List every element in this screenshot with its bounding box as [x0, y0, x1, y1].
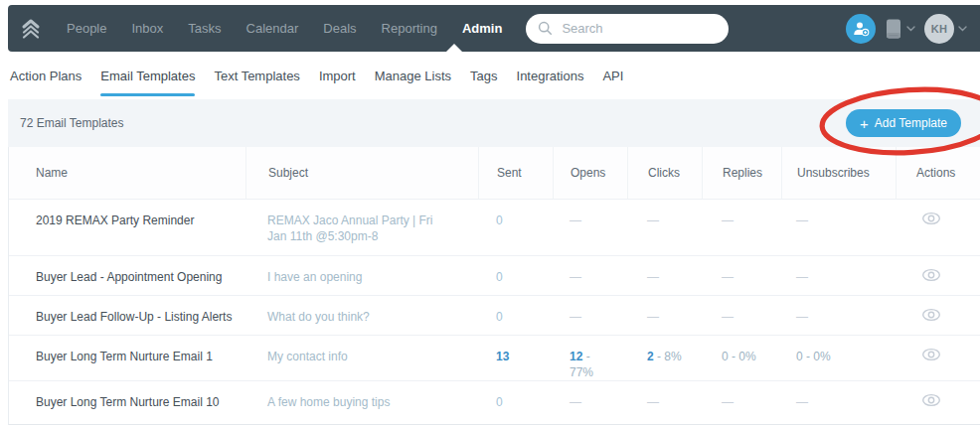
table-row: Buyer Lead - Appointment OpeningI have a… — [9, 256, 980, 296]
replies-cell: — — [702, 256, 781, 295]
unsubscribes-cell: — — [781, 381, 896, 428]
sent-value: 13 — [496, 350, 509, 363]
replies-cell: — — [702, 200, 781, 255]
device-menu-button[interactable] — [885, 18, 915, 40]
column-header-sent: Sent — [478, 147, 553, 199]
unsubscribes-value: — — [796, 395, 808, 409]
sent-value: 0 — [496, 395, 503, 409]
clicks-value: — — [647, 270, 659, 284]
template-name-cell[interactable]: Buyer Lead Follow-Up - Listing Alerts — [9, 296, 245, 335]
tab-tags[interactable]: Tags — [470, 53, 497, 99]
actions-cell — [896, 336, 980, 380]
device-icon — [885, 18, 902, 40]
view-template-icon[interactable] — [921, 308, 941, 326]
table-row: Buyer Long Term Nurture Email 10A few ho… — [9, 381, 980, 428]
clicks-cell: — — [627, 296, 702, 335]
column-header-opens: Opens — [553, 147, 627, 199]
template-subject-cell: What do you think? — [245, 296, 478, 335]
table-body: 2019 REMAX Party ReminderREMAX Jaco Annu… — [9, 200, 980, 428]
template-subject-cell: A few home buying tips — [245, 381, 478, 428]
template-subject-cell: My contact info — [245, 336, 478, 380]
email-templates-page: PeopleInboxTasksCalendarDealsReportingAd… — [0, 0, 980, 428]
avatar-initials: KH — [931, 23, 948, 35]
sent-cell: 0 — [478, 296, 553, 335]
replies-value: — — [722, 214, 734, 227]
actions-cell — [896, 381, 980, 428]
column-header-replies: Replies — [702, 147, 781, 199]
email-templates-table: NameSubjectSentOpensClicksRepliesUnsubsc… — [8, 147, 980, 425]
replies-value: 0 - 0% — [722, 350, 756, 363]
view-template-icon[interactable] — [921, 212, 941, 229]
table-row: Buyer Long Term Nurture Email 1My contac… — [9, 336, 980, 381]
template-name-cell[interactable]: 2019 REMAX Party Reminder — [9, 200, 245, 255]
clicks-cell: — — [627, 200, 702, 255]
column-header-clicks: Clicks — [627, 147, 702, 199]
clicks-value: — — [647, 310, 659, 324]
nav-item-deals[interactable]: Deals — [323, 21, 356, 36]
template-name-cell[interactable]: Buyer Long Term Nurture Email 1 — [9, 336, 245, 380]
templates-toolbar: 72 Email Templates + Add Template — [8, 99, 980, 147]
opens-value: 77% — [570, 365, 593, 379]
tab-import[interactable]: Import — [319, 53, 356, 99]
opens-value: — — [570, 395, 581, 409]
avatar: KH — [924, 14, 954, 44]
clicks-cell: — — [627, 381, 702, 428]
sent-value: 0 — [496, 310, 503, 324]
unsubscribes-value: 0 - 0% — [796, 350, 831, 363]
opens-value: 12 — [570, 350, 582, 363]
template-name-cell[interactable]: Buyer Lead - Appointment Opening — [9, 256, 245, 295]
column-header-actions: Actions — [896, 147, 980, 199]
opens-cell: — — [553, 296, 627, 335]
unsubscribes-value: — — [796, 214, 808, 227]
column-header-unsubscribes: Unsubscribes — [781, 147, 896, 199]
table-row: Buyer Lead Follow-Up - Listing AlertsWha… — [9, 296, 980, 336]
replies-value: — — [722, 310, 734, 324]
unsubscribes-cell: 0 - 0% — [781, 336, 896, 380]
unsubscribes-cell: — — [781, 256, 896, 295]
clicks-value: - 8% — [654, 350, 682, 363]
actions-cell — [896, 256, 980, 295]
view-template-icon[interactable] — [921, 393, 941, 411]
opens-value: - — [582, 350, 589, 363]
admin-sub-nav: Action PlansEmail TemplatesText Template… — [8, 52, 980, 99]
tab-action-plans[interactable]: Action Plans — [10, 53, 82, 99]
app-logo-icon[interactable] — [18, 15, 44, 43]
column-header-subject: Subject — [245, 147, 478, 199]
tab-text-templates[interactable]: Text Templates — [214, 53, 299, 99]
search-input[interactable] — [560, 20, 717, 37]
top-nav-bar: PeopleInboxTasksCalendarDealsReportingAd… — [8, 5, 980, 52]
unsubscribes-value: — — [796, 270, 808, 284]
nav-item-tasks[interactable]: Tasks — [188, 21, 221, 36]
nav-item-calendar[interactable]: Calendar — [246, 21, 299, 36]
nav-item-reporting[interactable]: Reporting — [382, 21, 437, 36]
replies-cell: — — [702, 381, 781, 428]
nav-item-inbox[interactable]: Inbox — [131, 21, 163, 36]
active-nav-pointer — [446, 44, 462, 52]
top-nav-actions: KH — [846, 14, 967, 44]
tab-integrations[interactable]: Integrations — [517, 53, 584, 99]
tab-api[interactable]: API — [602, 53, 623, 99]
template-name-cell[interactable]: Buyer Long Term Nurture Email 10 — [9, 381, 245, 428]
user-menu-button[interactable]: KH — [924, 14, 967, 44]
tab-manage-lists[interactable]: Manage Lists — [375, 53, 451, 99]
add-template-button[interactable]: + Add Template — [846, 109, 961, 137]
view-template-icon[interactable] — [921, 348, 941, 365]
template-subject-cell: REMAX Jaco Annual Party | Fri Jan 11th @… — [245, 200, 478, 255]
unsubscribes-cell: — — [781, 296, 896, 335]
table-row: 2019 REMAX Party ReminderREMAX Jaco Annu… — [9, 200, 980, 256]
view-template-icon[interactable] — [921, 268, 941, 286]
sent-value: 0 — [496, 270, 503, 284]
add-template-label: Add Template — [875, 116, 947, 130]
replies-cell: — — [702, 296, 781, 335]
chevron-down-icon — [958, 26, 967, 32]
replies-cell: 0 - 0% — [702, 336, 781, 380]
clicks-cell: 2 - 8% — [627, 336, 702, 380]
tab-email-templates[interactable]: Email Templates — [100, 53, 195, 99]
add-person-button[interactable] — [846, 14, 876, 44]
global-search — [526, 14, 729, 44]
nav-item-people[interactable]: People — [67, 21, 106, 36]
nav-item-admin[interactable]: Admin — [462, 21, 502, 36]
sent-cell: 0 — [478, 200, 553, 255]
sent-cell: 0 — [478, 256, 553, 295]
sent-cell: 13 — [478, 336, 553, 380]
